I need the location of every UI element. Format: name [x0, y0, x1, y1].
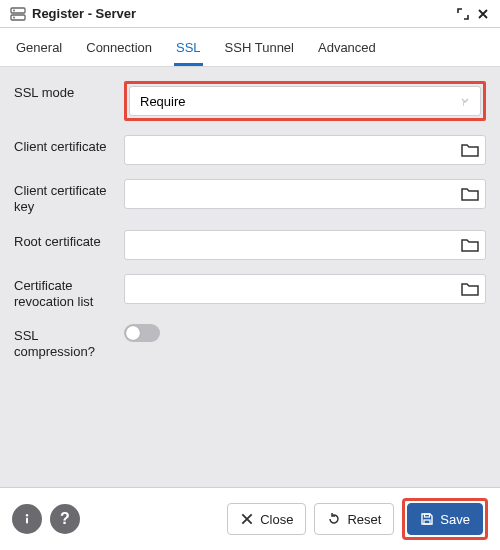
- dialog-title: Register - Server: [32, 6, 136, 21]
- folder-icon[interactable]: [458, 277, 482, 301]
- info-button[interactable]: [12, 504, 42, 534]
- question-icon: ?: [60, 511, 70, 527]
- crl-input[interactable]: [124, 274, 486, 304]
- close-button-label: Close: [260, 512, 293, 527]
- client-cert-key-input[interactable]: [124, 179, 486, 209]
- tab-advanced[interactable]: Advanced: [316, 36, 378, 66]
- close-button[interactable]: Close: [227, 503, 306, 535]
- root-cert-input[interactable]: [124, 230, 486, 260]
- close-icon[interactable]: [476, 7, 490, 21]
- svg-point-2: [13, 9, 15, 11]
- crl-label: Certificate revocation list: [14, 274, 114, 311]
- client-cert-label: Client certificate: [14, 135, 114, 155]
- folder-icon[interactable]: [458, 233, 482, 257]
- client-cert-key-label: Client certificate key: [14, 179, 114, 216]
- svg-rect-7: [424, 520, 430, 524]
- svg-point-4: [26, 514, 28, 516]
- ssl-mode-label: SSL mode: [14, 81, 114, 101]
- tab-ssl[interactable]: SSL: [174, 36, 203, 66]
- tab-ssh-tunnel[interactable]: SSH Tunnel: [223, 36, 296, 66]
- reset-button[interactable]: Reset: [314, 503, 394, 535]
- help-button[interactable]: ?: [50, 504, 80, 534]
- reset-icon: [327, 512, 341, 526]
- svg-rect-5: [26, 518, 28, 524]
- tab-general[interactable]: General: [14, 36, 64, 66]
- root-cert-label: Root certificate: [14, 230, 114, 250]
- save-button-label: Save: [440, 512, 470, 527]
- ssl-compression-toggle[interactable]: [124, 324, 160, 342]
- x-icon: [240, 512, 254, 526]
- save-icon: [420, 512, 434, 526]
- ssl-compression-label: SSL compression?: [14, 324, 114, 361]
- dialog-footer: ? Close Reset Save: [0, 487, 500, 550]
- form-body: SSL mode Client certificate Client certi…: [0, 67, 500, 487]
- save-button[interactable]: Save: [407, 503, 483, 535]
- folder-icon[interactable]: [458, 138, 482, 162]
- svg-rect-6: [425, 514, 430, 517]
- dialog-header: Register - Server: [0, 0, 500, 28]
- client-cert-input[interactable]: [124, 135, 486, 165]
- expand-icon[interactable]: [456, 7, 470, 21]
- svg-point-3: [13, 16, 15, 18]
- reset-button-label: Reset: [347, 512, 381, 527]
- tab-connection[interactable]: Connection: [84, 36, 154, 66]
- server-icon: [10, 7, 26, 21]
- folder-icon[interactable]: [458, 182, 482, 206]
- ssl-mode-select[interactable]: [129, 86, 481, 116]
- tab-bar: General Connection SSL SSH Tunnel Advanc…: [0, 28, 500, 67]
